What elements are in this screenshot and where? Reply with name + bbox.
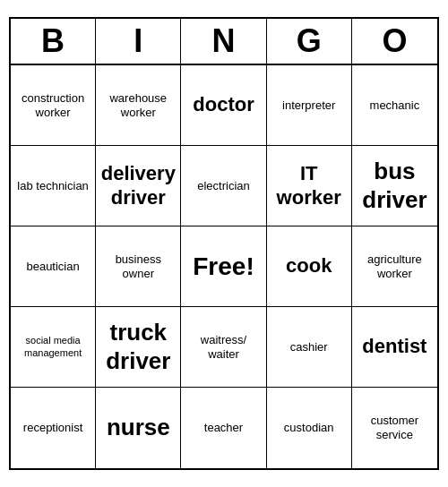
bingo-cell: cashier (267, 307, 352, 388)
bingo-cell: interpreter (267, 65, 352, 146)
bingo-cell: agriculture worker (352, 226, 437, 307)
bingo-cell: nurse (96, 388, 181, 468)
bingo-cell: beautician (11, 226, 96, 307)
bingo-cell: construction worker (11, 65, 96, 146)
bingo-cell: dentist (352, 307, 437, 388)
bingo-header: BINGO (11, 19, 437, 65)
bingo-cell: electrician (181, 146, 266, 226)
header-letter: I (96, 19, 181, 64)
bingo-card: BINGO construction workerwarehouse worke… (9, 17, 439, 470)
bingo-cell: truck driver (96, 307, 181, 388)
bingo-grid: construction workerwarehouse workerdocto… (11, 65, 437, 468)
bingo-cell: Free! (181, 226, 266, 307)
bingo-cell: social media management (11, 307, 96, 388)
bingo-cell: waitress/ waiter (181, 307, 266, 388)
header-letter: O (352, 19, 437, 64)
bingo-cell: lab technician (11, 146, 96, 226)
bingo-cell: custodian (267, 388, 352, 468)
bingo-cell: bus driver (352, 146, 437, 226)
bingo-cell: customer service (352, 388, 437, 468)
bingo-cell: mechanic (352, 65, 437, 146)
bingo-cell: warehouse worker (96, 65, 181, 146)
bingo-cell: delivery driver (96, 146, 181, 226)
bingo-cell: receptionist (11, 388, 96, 468)
bingo-cell: business owner (96, 226, 181, 307)
header-letter: N (181, 19, 266, 64)
header-letter: G (267, 19, 352, 64)
bingo-cell: teacher (181, 388, 266, 468)
header-letter: B (11, 19, 96, 64)
bingo-cell: IT worker (267, 146, 352, 226)
bingo-cell: doctor (181, 65, 266, 146)
bingo-cell: cook (267, 226, 352, 307)
